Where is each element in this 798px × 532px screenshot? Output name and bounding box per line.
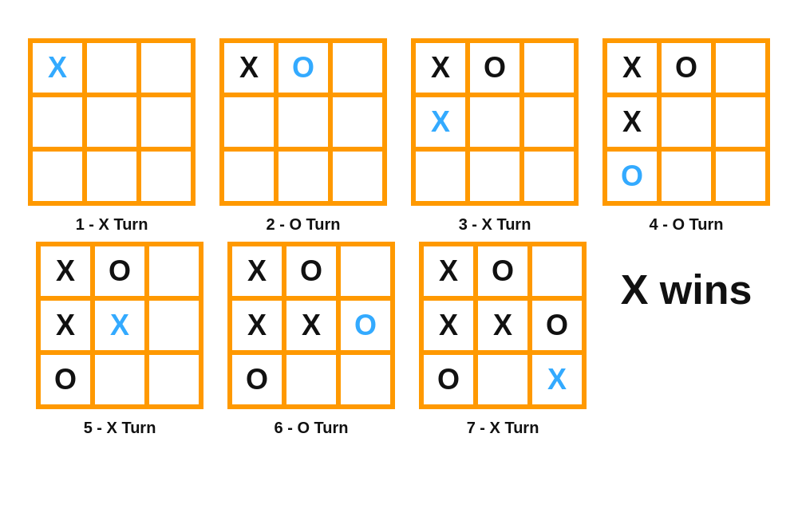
board: XOX — [411, 38, 579, 206]
board-container: XOXXOO6 - O Turn — [227, 242, 395, 437]
board-container: XO2 - O Turn — [219, 38, 387, 234]
cell-5 — [147, 298, 201, 353]
row1: X1 - X TurnXO2 - O TurnXOX3 - X TurnXOXO… — [0, 38, 798, 234]
cell-4 — [468, 95, 522, 149]
cell-4 — [85, 95, 139, 149]
board: XOXXOOX — [419, 242, 587, 409]
cell-2 — [713, 41, 768, 95]
cell-5: O — [338, 298, 393, 353]
cell-7 — [284, 353, 338, 407]
cell-8 — [522, 149, 576, 203]
cell-2 — [338, 244, 393, 298]
cell-0: X — [421, 244, 476, 298]
cell-3: X — [38, 298, 93, 353]
cell-5 — [139, 95, 193, 149]
cell-5 — [522, 95, 576, 149]
cell-6: O — [605, 149, 659, 203]
cell-0: X — [222, 41, 276, 95]
cell-3: X — [605, 95, 659, 149]
board-label: 3 - X Turn — [459, 215, 531, 234]
cell-6: O — [38, 353, 93, 407]
cell-0: X — [230, 244, 284, 298]
board-label: 6 - O Turn — [275, 419, 349, 437]
cell-3 — [222, 95, 276, 149]
cell-5 — [330, 95, 385, 149]
cell-0: X — [38, 244, 93, 298]
cell-1: O — [284, 244, 338, 298]
cell-1 — [85, 41, 139, 95]
cell-3: X — [421, 298, 476, 353]
board-container: XOXXO5 - X Turn — [36, 242, 203, 437]
cell-1: O — [93, 244, 147, 298]
cell-4 — [276, 95, 330, 149]
cell-8 — [338, 353, 393, 407]
cell-0: X — [605, 41, 659, 95]
cell-4: X — [284, 298, 338, 353]
board-label: 2 - O Turn — [267, 215, 341, 234]
cell-2 — [147, 244, 201, 298]
cell-3: X — [413, 95, 468, 149]
board: XOXXO — [36, 242, 203, 409]
cell-2 — [139, 41, 193, 95]
cell-3: X — [230, 298, 284, 353]
cell-0: X — [413, 41, 468, 95]
cell-8 — [713, 149, 768, 203]
page-title — [0, 0, 798, 38]
board: XO — [219, 38, 387, 206]
cell-6 — [30, 149, 85, 203]
board-label: 7 - X Turn — [467, 419, 539, 437]
cell-7 — [476, 353, 530, 407]
cell-3 — [30, 95, 85, 149]
cell-7 — [276, 149, 330, 203]
cell-6: O — [230, 353, 284, 407]
cell-5: O — [530, 298, 584, 353]
cell-5 — [713, 95, 768, 149]
cell-7 — [659, 149, 713, 203]
board-label: 4 - O Turn — [650, 215, 724, 234]
cell-1: O — [276, 41, 330, 95]
cell-1: O — [659, 41, 713, 95]
cell-8 — [139, 149, 193, 203]
board: X — [28, 38, 196, 206]
board-label: 5 - X Turn — [84, 419, 156, 437]
cell-1: O — [468, 41, 522, 95]
cell-4: X — [93, 298, 147, 353]
board-container: XOXXOOX7 - X Turn — [419, 242, 587, 437]
cell-7 — [93, 353, 147, 407]
cell-8 — [330, 149, 385, 203]
cell-2 — [522, 41, 576, 95]
cell-1: O — [476, 244, 530, 298]
board: XOXO — [602, 38, 770, 206]
cell-0: X — [30, 41, 85, 95]
cell-8: X — [530, 353, 584, 407]
cell-8 — [147, 353, 201, 407]
board-container: XOX3 - X Turn — [411, 38, 579, 234]
cell-2 — [330, 41, 385, 95]
cell-6: O — [421, 353, 476, 407]
cell-4: X — [476, 298, 530, 353]
board-container: X1 - X Turn — [28, 38, 196, 234]
cell-2 — [530, 244, 584, 298]
wins-label: X wins — [610, 242, 762, 313]
board: XOXXOO — [227, 242, 395, 409]
board-container: XOXO4 - O Turn — [602, 38, 770, 234]
cell-6 — [222, 149, 276, 203]
cell-7 — [85, 149, 139, 203]
cell-4 — [659, 95, 713, 149]
cell-7 — [468, 149, 522, 203]
board-label: 1 - X Turn — [76, 215, 148, 234]
row2: XOXXO5 - X TurnXOXXOO6 - O TurnXOXXOOX7 … — [0, 242, 798, 437]
cell-6 — [413, 149, 468, 203]
